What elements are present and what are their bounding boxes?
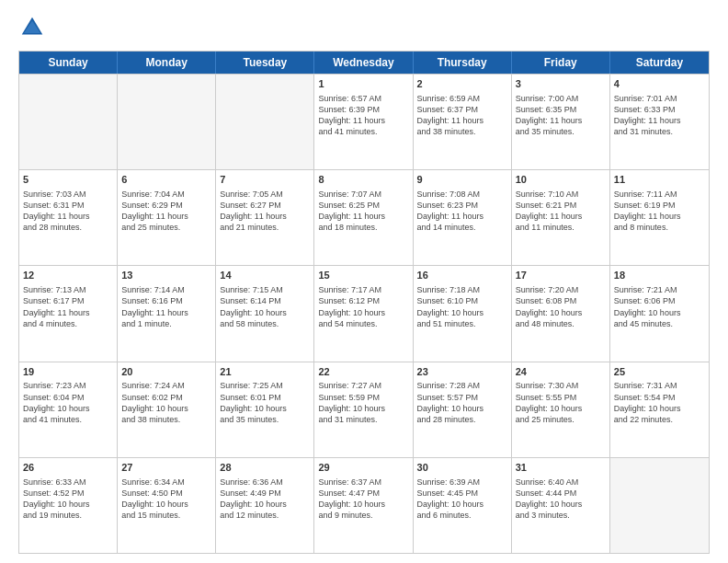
- cell-info: Sunrise: 7:07 AMSunset: 6:25 PMDaylight:…: [318, 189, 408, 234]
- cell-info: Sunrise: 7:08 AMSunset: 6:23 PMDaylight:…: [417, 189, 507, 234]
- cell-info: Sunrise: 7:05 AMSunset: 6:27 PMDaylight:…: [220, 189, 310, 234]
- header-cell-thursday: Thursday: [414, 52, 512, 74]
- cell-info: Sunrise: 7:28 AMSunset: 5:57 PMDaylight:…: [417, 380, 507, 425]
- logo-icon: [18, 14, 46, 41]
- day-number: 19: [23, 365, 113, 379]
- calendar-cell: 15Sunrise: 7:17 AMSunset: 6:12 PMDayligh…: [314, 266, 413, 361]
- calendar-cell: 27Sunrise: 6:34 AMSunset: 4:50 PMDayligh…: [118, 458, 216, 553]
- page: SundayMondayTuesdayWednesdayThursdayFrid…: [0, 0, 728, 563]
- day-number: 9: [417, 173, 507, 187]
- day-number: 18: [614, 269, 705, 282]
- calendar-cell: 19Sunrise: 7:23 AMSunset: 6:04 PMDayligh…: [19, 362, 118, 457]
- calendar-cell: 25Sunrise: 7:31 AMSunset: 5:54 PMDayligh…: [610, 362, 709, 457]
- cell-info: Sunrise: 7:04 AMSunset: 6:29 PMDaylight:…: [121, 189, 211, 234]
- calendar-cell: 24Sunrise: 7:30 AMSunset: 5:55 PMDayligh…: [512, 362, 610, 457]
- calendar-cell: 23Sunrise: 7:28 AMSunset: 5:57 PMDayligh…: [414, 362, 512, 457]
- cell-info: Sunrise: 7:24 AMSunset: 6:02 PMDaylight:…: [121, 380, 211, 425]
- day-number: 27: [121, 461, 211, 475]
- day-number: 4: [614, 77, 705, 91]
- calendar-cell: 20Sunrise: 7:24 AMSunset: 6:02 PMDayligh…: [118, 362, 216, 457]
- calendar-row-5: 26Sunrise: 6:33 AMSunset: 4:52 PMDayligh…: [19, 457, 709, 553]
- day-number: 31: [516, 461, 606, 475]
- cell-info: Sunrise: 7:25 AMSunset: 6:01 PMDaylight:…: [220, 380, 310, 425]
- cell-info: Sunrise: 6:59 AMSunset: 6:37 PMDaylight:…: [417, 93, 507, 138]
- calendar-cell: 16Sunrise: 7:18 AMSunset: 6:10 PMDayligh…: [414, 266, 512, 361]
- cell-info: Sunrise: 7:03 AMSunset: 6:31 PMDaylight:…: [23, 189, 113, 234]
- calendar-row-1: 1Sunrise: 6:57 AMSunset: 6:39 PMDaylight…: [19, 74, 709, 169]
- header-cell-saturday: Saturday: [610, 52, 709, 74]
- calendar-cell: [19, 75, 118, 169]
- calendar-cell: 4Sunrise: 7:01 AMSunset: 6:33 PMDaylight…: [610, 75, 709, 169]
- cell-info: Sunrise: 7:11 AMSunset: 6:19 PMDaylight:…: [614, 189, 705, 234]
- header-cell-wednesday: Wednesday: [314, 52, 413, 74]
- cell-info: Sunrise: 7:31 AMSunset: 5:54 PMDaylight:…: [614, 380, 705, 425]
- cell-info: Sunrise: 7:17 AMSunset: 6:12 PMDaylight:…: [318, 284, 408, 329]
- day-number: 26: [23, 461, 113, 475]
- day-number: 22: [318, 365, 408, 379]
- day-number: 5: [23, 173, 113, 187]
- calendar-body: 1Sunrise: 6:57 AMSunset: 6:39 PMDaylight…: [19, 74, 709, 553]
- cell-info: Sunrise: 7:27 AMSunset: 5:59 PMDaylight:…: [318, 380, 408, 425]
- calendar-cell: 7Sunrise: 7:05 AMSunset: 6:27 PMDaylight…: [216, 170, 314, 265]
- calendar-cell: 6Sunrise: 7:04 AMSunset: 6:29 PMDaylight…: [118, 170, 216, 265]
- calendar-cell: 13Sunrise: 7:14 AMSunset: 6:16 PMDayligh…: [118, 266, 216, 361]
- calendar-cell: 26Sunrise: 6:33 AMSunset: 4:52 PMDayligh…: [19, 458, 118, 553]
- header: [18, 14, 710, 41]
- day-number: 10: [516, 173, 606, 187]
- cell-info: Sunrise: 6:33 AMSunset: 4:52 PMDaylight:…: [23, 477, 113, 522]
- calendar-cell: 17Sunrise: 7:20 AMSunset: 6:08 PMDayligh…: [512, 266, 610, 361]
- calendar-cell: 2Sunrise: 6:59 AMSunset: 6:37 PMDaylight…: [414, 75, 512, 169]
- day-number: 20: [121, 365, 211, 379]
- day-number: 13: [121, 269, 211, 282]
- cell-info: Sunrise: 7:10 AMSunset: 6:21 PMDaylight:…: [516, 189, 606, 234]
- cell-info: Sunrise: 6:39 AMSunset: 4:45 PMDaylight:…: [417, 477, 507, 522]
- calendar-cell: 28Sunrise: 6:36 AMSunset: 4:49 PMDayligh…: [216, 458, 314, 553]
- day-number: 17: [516, 269, 606, 282]
- cell-info: Sunrise: 7:01 AMSunset: 6:33 PMDaylight:…: [614, 93, 705, 138]
- cell-info: Sunrise: 7:23 AMSunset: 6:04 PMDaylight:…: [23, 380, 113, 425]
- day-number: 25: [614, 365, 705, 379]
- cell-info: Sunrise: 6:34 AMSunset: 4:50 PMDaylight:…: [121, 477, 211, 522]
- day-number: 2: [417, 77, 507, 91]
- header-cell-tuesday: Tuesday: [216, 52, 314, 74]
- calendar-cell: 21Sunrise: 7:25 AMSunset: 6:01 PMDayligh…: [216, 362, 314, 457]
- cell-info: Sunrise: 7:15 AMSunset: 6:14 PMDaylight:…: [220, 284, 310, 329]
- calendar-cell: [216, 75, 314, 169]
- logo: [18, 14, 51, 41]
- cell-info: Sunrise: 7:13 AMSunset: 6:17 PMDaylight:…: [23, 284, 113, 329]
- day-number: 24: [516, 365, 606, 379]
- calendar-row-4: 19Sunrise: 7:23 AMSunset: 6:04 PMDayligh…: [19, 362, 709, 457]
- calendar-cell: 8Sunrise: 7:07 AMSunset: 6:25 PMDaylight…: [314, 170, 413, 265]
- day-number: 7: [220, 173, 310, 187]
- calendar-cell: [610, 458, 709, 553]
- day-number: 8: [318, 173, 408, 187]
- calendar-header-row: SundayMondayTuesdayWednesdayThursdayFrid…: [19, 52, 709, 74]
- calendar-cell: 10Sunrise: 7:10 AMSunset: 6:21 PMDayligh…: [512, 170, 610, 265]
- day-number: 23: [417, 365, 507, 379]
- calendar-cell: [118, 75, 216, 169]
- day-number: 30: [417, 461, 507, 475]
- cell-info: Sunrise: 7:20 AMSunset: 6:08 PMDaylight:…: [516, 284, 606, 329]
- cell-info: Sunrise: 7:18 AMSunset: 6:10 PMDaylight:…: [417, 284, 507, 329]
- cell-info: Sunrise: 6:37 AMSunset: 4:47 PMDaylight:…: [318, 477, 408, 522]
- day-number: 12: [23, 269, 113, 282]
- header-cell-friday: Friday: [512, 52, 610, 74]
- calendar-cell: 3Sunrise: 7:00 AMSunset: 6:35 PMDaylight…: [512, 75, 610, 169]
- calendar-cell: 1Sunrise: 6:57 AMSunset: 6:39 PMDaylight…: [314, 75, 413, 169]
- calendar: SundayMondayTuesdayWednesdayThursdayFrid…: [18, 51, 710, 554]
- day-number: 14: [220, 269, 310, 282]
- day-number: 29: [318, 461, 408, 475]
- calendar-cell: 30Sunrise: 6:39 AMSunset: 4:45 PMDayligh…: [414, 458, 512, 553]
- calendar-row-3: 12Sunrise: 7:13 AMSunset: 6:17 PMDayligh…: [19, 265, 709, 361]
- calendar-row-2: 5Sunrise: 7:03 AMSunset: 6:31 PMDaylight…: [19, 169, 709, 265]
- calendar-cell: 11Sunrise: 7:11 AMSunset: 6:19 PMDayligh…: [610, 170, 709, 265]
- cell-info: Sunrise: 7:14 AMSunset: 6:16 PMDaylight:…: [121, 284, 211, 329]
- day-number: 11: [614, 173, 705, 187]
- cell-info: Sunrise: 7:30 AMSunset: 5:55 PMDaylight:…: [516, 380, 606, 425]
- day-number: 16: [417, 269, 507, 282]
- header-cell-sunday: Sunday: [19, 52, 118, 74]
- cell-info: Sunrise: 6:40 AMSunset: 4:44 PMDaylight:…: [516, 477, 606, 522]
- cell-info: Sunrise: 7:21 AMSunset: 6:06 PMDaylight:…: [614, 284, 705, 329]
- calendar-cell: 9Sunrise: 7:08 AMSunset: 6:23 PMDaylight…: [414, 170, 512, 265]
- day-number: 15: [318, 269, 408, 282]
